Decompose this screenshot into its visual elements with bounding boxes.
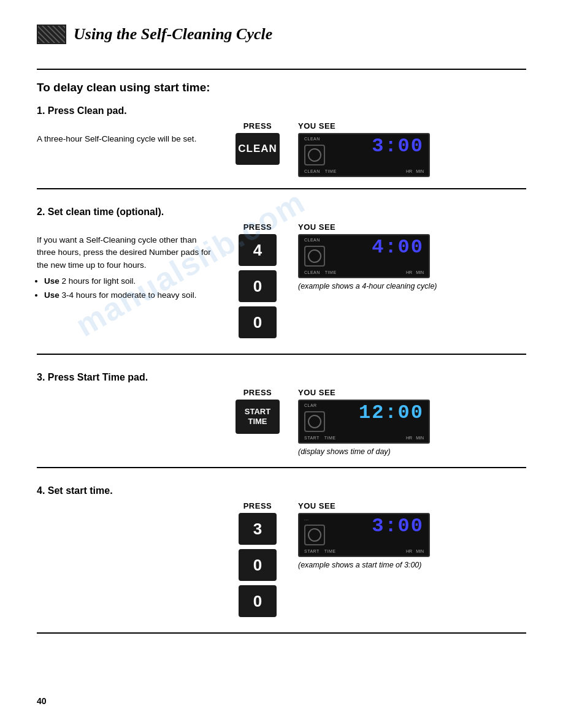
step-3-display-left: CLARSTARTTIME: [304, 403, 341, 440]
svg-text:✦: ✦: [39, 31, 47, 40]
step-2-time-unit-labels: HRMIN: [406, 270, 424, 275]
step-4-content-row: 300...STARTTIME3:00HRMIN(example shows a…: [37, 513, 526, 621]
steps-container: 1. Press Clean pad.PRESSYOU SEEA three-h…: [37, 105, 526, 651]
step-1-button-1[interactable]: CLEAN: [236, 133, 280, 165]
step-4-time-unit-labels: HRMIN: [406, 549, 424, 553]
step-4: 4. Set start time.PRESSYOU SEE300...STAR…: [37, 485, 526, 651]
step-1-display-bottom-labels: CLEANTIME: [304, 169, 341, 173]
step-4-display-label: TIME: [324, 549, 336, 553]
step-2-display-top-label: CLEAN: [304, 238, 341, 242]
step-1-heading: 1. Press Clean pad.: [37, 105, 526, 116]
step-2-hr-label: HR: [406, 270, 412, 275]
step-3-display-right: 12:00HRMIN: [359, 403, 424, 440]
step-1-yousee-label: YOU SEE: [288, 121, 526, 131]
step-2-heading: 2. Set clean time (optional).: [37, 207, 526, 218]
step-3-divider: [37, 467, 526, 468]
step-3-yousee-col: CLARSTARTTIME12:00HRMIN(display shows ti…: [288, 400, 526, 456]
step-4-hr-label: HR: [406, 549, 412, 553]
step-4-button-1[interactable]: 3: [239, 513, 277, 545]
step-3-time-unit-labels: HRMIN: [406, 436, 424, 440]
step-4-button-3[interactable]: 0: [239, 585, 277, 617]
step-2-divider: [37, 354, 526, 355]
svg-text:≋≋: ≋≋: [45, 32, 55, 39]
step-2-description: If you want a Self-Cleaning cycle other …: [37, 234, 227, 303]
step-2-display-screen: CLEANCLEANTIME4:00HRMIN: [298, 234, 430, 278]
step-3-press-col: STARTTIME: [227, 400, 288, 434]
step-4-press-label: PRESS: [227, 501, 288, 510]
step-2-yousee-label: YOU SEE: [288, 222, 526, 232]
step-4-min-label: MIN: [416, 549, 424, 553]
step-4-display-left: ...STARTTIME: [304, 517, 341, 553]
step-1-hr-label: HR: [406, 169, 412, 173]
step-1-display-left: CLEANCLEANTIME: [304, 137, 341, 173]
step-4-display-area: ...STARTTIME3:00HRMIN(example shows a st…: [288, 513, 430, 569]
step-3-heading: 3. Press Start Time pad.: [37, 372, 526, 383]
step-1-display-label: CLEAN: [304, 169, 320, 173]
step-1-display-screen: CLEANCLEANTIME3:00HRMIN: [298, 133, 430, 177]
step-4-display-top-label: ...: [304, 517, 341, 521]
step-1-divider: [37, 188, 526, 189]
step-1-description: A three-hour Self-Cleaning cycle will be…: [37, 133, 227, 145]
step-4-divider: [37, 632, 526, 634]
step-1-labels-row: PRESSYOU SEE: [37, 121, 526, 131]
step-3-display-top-label: CLAR: [304, 403, 341, 408]
page-title-text: Using the Self-Cleaning Cycle: [74, 25, 272, 43]
step-2-display-area: CLEANCLEANTIME4:00HRMIN(example shows a …: [288, 234, 437, 290]
step-1-display-right: 3:00HRMIN: [372, 137, 424, 173]
step-1-display-indicator: [304, 145, 325, 165]
step-2-digital-time: 4:00: [372, 238, 424, 257]
step-4-press-col: 300: [227, 513, 288, 621]
step-3-display-label: START: [304, 436, 320, 440]
step-4-labels-row: PRESSYOU SEE: [37, 501, 526, 510]
step-4-yousee-col: ...STARTTIME3:00HRMIN(example shows a st…: [288, 513, 526, 569]
step-2-display-indicator-inner: [308, 249, 321, 263]
step-2-button-2[interactable]: 0: [239, 270, 277, 302]
step-3-display-indicator: [304, 411, 325, 432]
step-1-digital-time: 3:00: [372, 137, 424, 156]
step-3-display-bottom-labels: STARTTIME: [304, 436, 341, 440]
step-1-min-label: MIN: [416, 169, 424, 173]
step-4-yousee-label: YOU SEE: [288, 501, 526, 510]
page-header: ✦ ≋≋ Using the Self-Cleaning Cycle: [37, 25, 526, 44]
step-2-button-1[interactable]: 4: [239, 234, 277, 266]
step-1-display-label: TIME: [325, 169, 337, 173]
step-3-content-row: STARTTIMECLARSTARTTIME12:00HRMIN(display…: [37, 400, 526, 456]
step-4-display-screen: ...STARTTIME3:00HRMIN: [298, 513, 430, 557]
step-3-display-screen: CLARSTARTTIME12:00HRMIN: [298, 400, 430, 444]
step-3: 3. Press Start Time pad.PRESSYOU SEESTAR…: [37, 372, 526, 485]
step-2-display-right: 4:00HRMIN: [372, 238, 424, 275]
step-3-hr-label: HR: [406, 436, 412, 440]
step-1-display-area: CLEANCLEANTIME3:00HRMIN: [288, 133, 430, 177]
step-4-display-indicator: [304, 525, 325, 545]
step-3-press-label: PRESS: [227, 388, 288, 397]
step-2-display-left: CLEANCLEANTIME: [304, 238, 341, 275]
step-2-display-label: CLEAN: [304, 270, 320, 275]
top-divider: [37, 69, 526, 70]
step-1-yousee-col: CLEANCLEANTIME3:00HRMIN: [288, 133, 526, 177]
step-2-min-label: MIN: [416, 270, 424, 275]
step-3-min-label: MIN: [416, 436, 424, 440]
step-3-display-area: CLARSTARTTIME12:00HRMIN(display shows ti…: [288, 400, 430, 456]
step-3-caption: (display shows time of day): [298, 447, 430, 456]
step-1: 1. Press Clean pad.PRESSYOU SEEA three-h…: [37, 105, 526, 207]
step-1-content-row: A three-hour Self-Cleaning cycle will be…: [37, 133, 526, 177]
step-1-display-top-label: CLEAN: [304, 137, 341, 141]
step-2-press-label: PRESS: [227, 222, 288, 232]
step-2-display-indicator: [304, 246, 325, 267]
page-number: 40: [37, 696, 47, 706]
step-2-button-3[interactable]: 0: [239, 306, 277, 338]
step-2: 2. Set clean time (optional).PRESSYOU SE…: [37, 207, 526, 372]
step-3-yousee-label: YOU SEE: [288, 388, 526, 397]
step-4-heading: 4. Set start time.: [37, 485, 526, 496]
step-2-press-col: 400: [227, 234, 288, 343]
svg-rect-0: [37, 25, 66, 44]
step-2-labels-row: PRESSYOU SEE: [37, 222, 526, 232]
step-4-button-2[interactable]: 0: [239, 549, 277, 581]
step-1-press-label: PRESS: [227, 121, 288, 131]
step-4-display-right: 3:00HRMIN: [372, 517, 424, 553]
step-4-digital-time: 3:00: [372, 517, 424, 536]
step-3-button-1[interactable]: STARTTIME: [236, 400, 280, 434]
step-2-content-row: If you want a Self-Cleaning cycle other …: [37, 234, 526, 343]
step-3-digital-time: 12:00: [359, 403, 424, 423]
step-1-display-indicator-inner: [308, 148, 321, 162]
